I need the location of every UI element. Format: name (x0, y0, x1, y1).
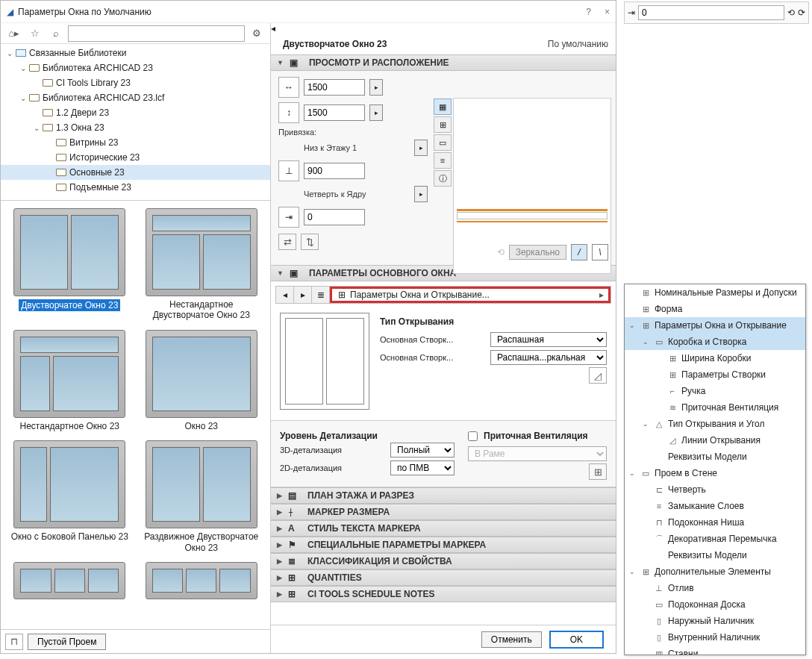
menu-item[interactable]: ⊓Подоконная Ниша (625, 514, 805, 531)
menu-item[interactable]: ▥Ставни (625, 646, 805, 655)
view-tab-elev[interactable]: ▭ (434, 134, 452, 151)
thumbnail-grid[interactable]: Двустворчатое Окно 23Нестандартное Двуст… (1, 201, 270, 629)
view-tab-section[interactable]: ≡ (434, 152, 452, 169)
menu-item[interactable]: ⌄⊞Параметры Окна и Открывание (625, 317, 805, 334)
mirror-button[interactable]: Зеркально (509, 245, 566, 260)
opening-diagram-button[interactable]: ◿ (589, 367, 607, 384)
menu-item[interactable]: ▭Подоконная Доска (625, 596, 805, 613)
reveal-stepper[interactable]: ▸ (414, 186, 428, 202)
section-floor-plan[interactable]: ▶▤ПЛАН ЭТАЖА И РАЗРЕЗ (271, 487, 616, 504)
favorite-icon[interactable]: ☆ (26, 25, 44, 42)
menu-item[interactable]: ▯Наружный Наличник (625, 613, 805, 629)
search-icon[interactable]: ⌕ (47, 25, 65, 42)
flip-3d-icon[interactable]: ⟲ (497, 247, 505, 257)
section-ci-notes[interactable]: ▶⊞CI TOOLS SCHEDULE NOTES (271, 586, 616, 602)
menu-item[interactable]: ⌒Декоративная Перемычка (625, 531, 805, 547)
d3-select[interactable]: Полный (390, 443, 455, 457)
nav-list-button[interactable]: ≣ (312, 287, 330, 303)
sash1-select[interactable]: Распашная (490, 332, 607, 347)
view-tab-info[interactable]: ⓘ (434, 170, 452, 187)
tree-item[interactable]: ⌄Библиотека ARCHICAD 23.lcf (1, 90, 270, 105)
story-stepper[interactable]: ▸ (414, 140, 428, 156)
view-tab-3d[interactable]: ⊞ (434, 116, 452, 133)
nav-next-button[interactable]: ▸ (294, 287, 312, 303)
menu-item[interactable]: ⌄⊞Дополнительные Элементы (625, 563, 805, 580)
reveal-input[interactable] (304, 209, 365, 225)
menu-item-icon: ◿ (666, 435, 678, 446)
cancel-button[interactable]: Отменить (481, 631, 542, 648)
section-preview-header[interactable]: ▼ ▣ ПРОСМОТР И РАСПОЛОЖЕНИЕ (271, 54, 616, 71)
menu-item[interactable]: ⌐Ручка (625, 383, 805, 399)
sill-input[interactable] (304, 163, 365, 179)
thumbnail-item[interactable]: Нестандартное Двустворчатое Окно 23 (139, 208, 265, 321)
tree-item[interactable]: ⌄Библиотека ARCHICAD 23 (1, 60, 270, 75)
ext-input[interactable] (638, 5, 784, 20)
d2-select[interactable]: по ПМВ (390, 460, 455, 475)
tree-item[interactable]: 1.2 Двери 23 (1, 105, 270, 120)
sash2-select[interactable]: Распашна...ркальная (490, 350, 607, 365)
view-tab-plan[interactable]: ▦ (434, 99, 452, 115)
menu-item-icon: ⊏ (653, 484, 665, 495)
orient-button-1[interactable]: / (571, 244, 587, 260)
tree-item[interactable]: ⌄Связанные Библиотеки (1, 46, 270, 60)
menu-item[interactable]: ⊥Отлив (625, 580, 805, 596)
orient-button-2[interactable]: \ (592, 244, 608, 260)
tree-item[interactable]: Подъемные 23 (1, 180, 270, 195)
ok-button[interactable]: OK (549, 631, 604, 649)
thumbnail-item[interactable]: Окно 23 (139, 330, 265, 431)
height-stepper[interactable]: ▸ (369, 104, 383, 121)
gear-icon[interactable]: ⚙ (248, 25, 266, 42)
height-input[interactable] (304, 104, 365, 121)
menu-item[interactable]: ⊏Четверть (625, 481, 805, 498)
ext-icon-flip1[interactable]: ⟲ (787, 7, 795, 18)
home-icon[interactable]: ⌂▸ (5, 25, 23, 42)
ext-icon-flip2[interactable]: ⟳ (798, 7, 805, 18)
empty-opening-icon[interactable]: ⊓ (5, 634, 23, 650)
help-icon[interactable]: ? (586, 7, 591, 17)
section-dim-marker[interactable]: ▶⟊МАРКЕР РАЗМЕРА (271, 504, 616, 520)
close-icon[interactable]: × (605, 7, 610, 17)
thumbnail-item[interactable]: Окно с Боковой Панелью 23 (7, 440, 133, 553)
section-marker-text[interactable]: ▶AСТИЛЬ ТЕКСТА МАРКЕРА (271, 520, 616, 537)
flip-options-icon[interactable]: ⇄ (278, 234, 296, 250)
nav-prev-button[interactable]: ◂ (276, 287, 294, 303)
thumbnail-item[interactable]: Нестандартное Окно 23 (7, 330, 133, 431)
tree-item[interactable]: Витрины 23 (1, 135, 270, 150)
section-classification[interactable]: ▶≣КЛАССИФИКАЦИЯ И СВОЙСТВА (271, 553, 616, 569)
ventilation-checkbox[interactable] (468, 431, 478, 441)
menu-item[interactable]: ≋Приточная Вентиляция (625, 399, 805, 416)
flip-options-icon2[interactable]: ⇅ (301, 234, 319, 250)
width-input[interactable] (304, 79, 365, 96)
vent-diagram-button[interactable]: ⊞ (589, 463, 607, 480)
search-input[interactable] (68, 25, 245, 42)
params-page-selector[interactable]: ⊞ Параметры Окна и Открывание... (330, 287, 610, 303)
thumbnail-item[interactable]: Раздвижное Двустворчатое Окно 23 (139, 440, 265, 553)
tree-item[interactable]: CI Tools Library 23 (1, 75, 270, 90)
thumbnail-item[interactable]: Двустворчатое Окно 23 (7, 208, 133, 321)
menu-item[interactable]: Реквизиты Модели (625, 547, 805, 563)
tree-item[interactable]: Исторические 23 (1, 150, 270, 165)
section-marker-special[interactable]: ▶⚑СПЕЦИАЛЬНЫЕ ПАРАМЕТРЫ МАРКЕРА (271, 537, 616, 553)
menu-item[interactable]: Реквизиты Модели (625, 449, 805, 465)
menu-item-label: Линии Открывания (681, 435, 761, 446)
menu-item[interactable]: ⌄△Тип Открывания и Угол (625, 416, 805, 432)
section-quantities[interactable]: ▶⊞QUANTITIES (271, 569, 616, 586)
menu-item[interactable]: ⌄▭Коробка и Створка (625, 334, 805, 350)
empty-opening-button[interactable]: Пустой Проем (28, 634, 106, 650)
width-stepper[interactable]: ▸ (369, 79, 383, 96)
menu-item[interactable]: ⊞Параметры Створки (625, 366, 805, 383)
params-page-menu[interactable]: ⊞Номинальные Размеры и Допуски⊞Форма⌄⊞Па… (624, 284, 806, 655)
menu-item[interactable]: ▯Внутренний Наличник (625, 629, 805, 646)
ventilation-label: Приточная Вентиляция (484, 431, 588, 441)
menu-item[interactable]: ⌄▭Проем в Стене (625, 465, 805, 481)
ventwhere-select: В Раме (468, 446, 607, 461)
menu-item[interactable]: ⊞Ширина Коробки (625, 350, 805, 366)
menu-item[interactable]: ◿Линии Открывания (625, 432, 805, 449)
tree-item[interactable]: ⌄1.3 Окна 23 (1, 120, 270, 135)
menu-item[interactable]: ⊞Номинальные Размеры и Допуски (625, 284, 805, 301)
menu-item[interactable]: ≡Замыкание Слоев (625, 498, 805, 514)
nav-back-icon[interactable]: ◂ (271, 23, 616, 34)
library-tree[interactable]: ⌄Связанные Библиотеки⌄Библиотека ARCHICA… (1, 44, 270, 201)
menu-item[interactable]: ⊞Форма (625, 301, 805, 317)
tree-item[interactable]: Основные 23 (1, 165, 270, 180)
